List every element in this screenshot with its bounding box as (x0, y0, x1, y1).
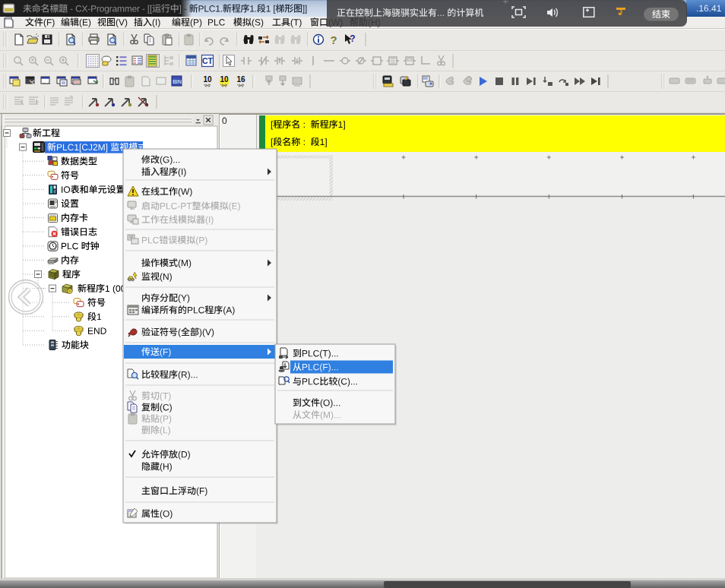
svg-text:10: 10 (220, 75, 229, 84)
svg-text:CT: CT (202, 56, 214, 65)
svg-text:BIN: BIN (173, 79, 182, 84)
svg-text:?: ? (330, 33, 337, 46)
svg-text:?: ? (350, 33, 355, 44)
svg-text:16: 16 (236, 75, 245, 84)
svg-text:10: 10 (203, 75, 212, 84)
